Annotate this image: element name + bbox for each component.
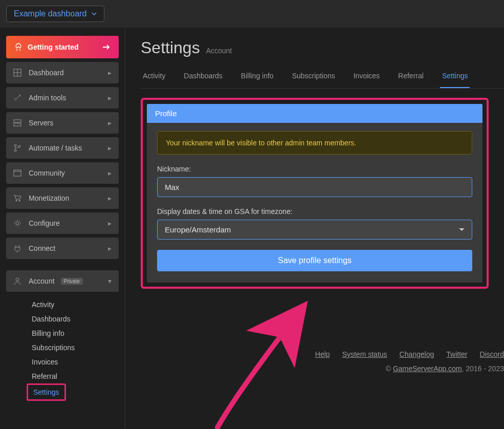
tab-billing-info[interactable]: Billing info xyxy=(239,67,276,88)
sidebar-item-dashboard[interactable]: Dashboard ▸ xyxy=(6,62,119,83)
chevron-right-icon: ▸ xyxy=(108,69,112,77)
tab-activity[interactable]: Activity xyxy=(141,67,167,88)
svg-rect-8 xyxy=(14,170,21,176)
main-content: Settings Account Activity Dashboards Bil… xyxy=(125,28,504,429)
panel-header: Profile xyxy=(147,104,483,123)
wand-icon xyxy=(13,94,23,102)
gear-icon xyxy=(13,219,23,227)
chevron-right-icon: ▸ xyxy=(108,219,112,227)
account-subnav: Activity Dashboards Billing info Subscri… xyxy=(6,295,119,401)
profile-panel: Profile Your nickname will be visible to… xyxy=(147,104,483,283)
private-badge: Private xyxy=(61,278,83,285)
sidebar-item-servers[interactable]: Servers ▸ xyxy=(6,112,119,134)
dashboard-selector[interactable]: Example dashboard xyxy=(6,6,104,22)
sidebar-item-label: Servers xyxy=(29,119,53,127)
sidebar-item-label: Monetization xyxy=(29,194,69,202)
svg-point-11 xyxy=(19,200,20,202)
branch-icon xyxy=(13,144,23,152)
tab-invoices[interactable]: Invoices xyxy=(352,67,382,88)
subnav-dashboards[interactable]: Dashboards xyxy=(27,312,119,326)
svg-point-13 xyxy=(16,278,19,281)
nickname-label: Nickname: xyxy=(157,165,472,173)
chevron-right-icon: ▸ xyxy=(108,169,112,177)
sidebar-item-label: Automate / tasks xyxy=(29,144,82,152)
subnav-referral[interactable]: Referral xyxy=(27,369,119,383)
sidebar-item-automate[interactable]: Automate / tasks ▸ xyxy=(6,137,119,159)
footer-link-help[interactable]: Help xyxy=(315,350,330,358)
cart-icon xyxy=(13,194,23,202)
footer-link-gsa[interactable]: GameServerApp.com xyxy=(393,364,462,373)
getting-started-label: Getting started xyxy=(28,43,79,51)
annotation-arrow-icon xyxy=(207,299,320,429)
sidebar-item-label: Connect xyxy=(29,244,55,252)
svg-point-10 xyxy=(16,200,17,202)
tab-dashboards[interactable]: Dashboards xyxy=(182,67,225,88)
page-title: Settings Account xyxy=(141,38,504,57)
footer-link-system-status[interactable]: System status xyxy=(342,350,387,358)
footer-link-changelog[interactable]: Changelog xyxy=(400,350,434,358)
profile-panel-highlight: Profile Your nickname will be visible to… xyxy=(141,98,489,289)
sidebar-item-admin-tools[interactable]: Admin tools ▸ xyxy=(6,87,119,109)
sidebar-item-label: Configure xyxy=(29,219,60,227)
svg-point-5 xyxy=(14,144,16,146)
svg-point-6 xyxy=(14,149,16,152)
subnav-billing-info[interactable]: Billing info xyxy=(27,326,119,340)
sidebar-item-label: Admin tools xyxy=(29,94,66,102)
svg-rect-4 xyxy=(14,123,21,126)
nickname-alert: Your nickname will be visible to other a… xyxy=(157,131,472,155)
sidebar: Getting started Dashboard ▸ Admin tools … xyxy=(0,28,125,429)
window-icon xyxy=(13,169,23,177)
subnav-invoices[interactable]: Invoices xyxy=(27,355,119,369)
save-profile-button[interactable]: Save profile settings xyxy=(157,250,472,271)
subnav-subscriptions[interactable]: Subscriptions xyxy=(27,340,119,355)
dashboard-name: Example dashboard xyxy=(14,9,86,18)
tab-bar: Activity Dashboards Billing info Subscri… xyxy=(141,67,504,89)
tab-subscriptions[interactable]: Subscriptions xyxy=(290,67,337,88)
chevron-down-icon xyxy=(92,12,97,15)
sidebar-item-label: Account xyxy=(29,277,55,285)
timezone-select[interactable]: Europe/Amsterdam xyxy=(157,220,472,240)
timezone-label: Display dates & time on GSA for timezone… xyxy=(157,207,472,216)
getting-started-button[interactable]: Getting started xyxy=(6,36,119,58)
server-icon xyxy=(13,119,23,127)
sidebar-item-label: Community xyxy=(29,169,65,177)
rocket-icon xyxy=(14,43,23,51)
user-icon xyxy=(13,277,23,285)
chevron-right-icon: ▸ xyxy=(108,244,112,252)
sidebar-item-community[interactable]: Community ▸ xyxy=(6,162,119,184)
subnav-activity[interactable]: Activity xyxy=(27,297,119,312)
page-subtitle: Account xyxy=(206,47,232,55)
page-title-text: Settings xyxy=(141,38,200,57)
nickname-input[interactable] xyxy=(157,177,472,197)
sidebar-item-label: Dashboard xyxy=(29,69,64,77)
sidebar-item-monetization[interactable]: Monetization ▸ xyxy=(6,187,119,209)
svg-rect-3 xyxy=(14,120,21,122)
sidebar-item-connect[interactable]: Connect ▸ xyxy=(6,238,119,259)
chevron-right-icon: ▸ xyxy=(108,94,112,102)
svg-point-7 xyxy=(18,145,20,147)
chevron-right-icon: ▸ xyxy=(108,144,112,152)
chevron-right-icon: ▸ xyxy=(108,194,112,202)
topbar: Example dashboard xyxy=(0,0,504,28)
subnav-settings[interactable]: Settings xyxy=(27,383,66,401)
grid-icon xyxy=(13,69,23,77)
chevron-right-icon: ▸ xyxy=(108,119,112,127)
copyright: © GameServerApp.com, 2016 - 2023 xyxy=(315,364,504,373)
footer-link-twitter[interactable]: Twitter xyxy=(446,350,467,358)
footer-link-discord[interactable]: Discord xyxy=(480,350,504,358)
plug-icon xyxy=(13,244,23,252)
svg-point-12 xyxy=(16,222,19,225)
sidebar-item-configure[interactable]: Configure ▸ xyxy=(6,212,119,234)
sidebar-item-account[interactable]: Account Private ▾ xyxy=(6,270,119,292)
footer: Help System status Changelog Twitter Dis… xyxy=(315,350,504,373)
arrow-right-icon xyxy=(102,44,111,50)
tab-settings[interactable]: Settings xyxy=(440,67,470,88)
tab-referral[interactable]: Referral xyxy=(396,67,426,88)
chevron-down-icon: ▾ xyxy=(108,277,112,285)
